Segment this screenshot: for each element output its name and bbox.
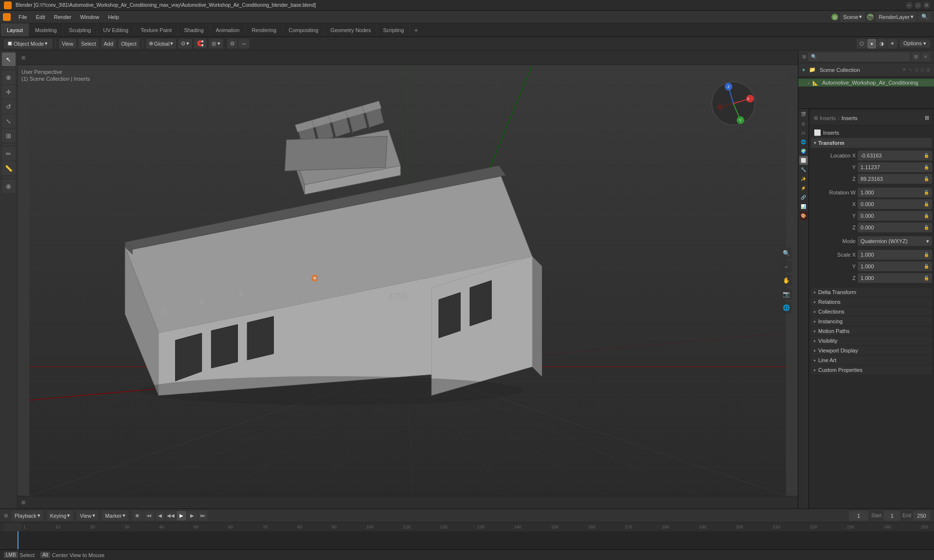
menu-edit[interactable]: Edit <box>32 13 49 21</box>
solid-shading[interactable]: ● <box>867 39 876 49</box>
rotation-w-value[interactable]: 1.000 🔓 <box>858 188 932 197</box>
visibility-section[interactable]: ▸ Visibility <box>811 336 932 345</box>
prop-tab-data[interactable]: 📊 <box>799 202 808 211</box>
hide-viewport-icon[interactable]: ⊙ <box>915 67 918 72</box>
keying-dropdown[interactable]: Keying ▾ <box>47 511 73 521</box>
select-icon[interactable]: ↖ <box>909 67 913 72</box>
rotation-mode-selector[interactable]: Quaternion (WXYZ) ▾ <box>858 236 932 246</box>
collections-section[interactable]: ▸ Collections <box>811 307 932 316</box>
camera-btn[interactable]: 📷 <box>780 288 792 300</box>
location-x-value[interactable]: -0.63163 🔓 <box>858 151 932 160</box>
scene-selector[interactable]: Scene ▾ <box>840 12 865 22</box>
transform-tool[interactable]: ⊞ <box>2 129 16 142</box>
scale-tool[interactable]: ⤡ <box>2 114 16 128</box>
zoom-in-btn[interactable]: 🔍 <box>780 247 792 259</box>
line-art-section[interactable]: ▸ Line Art <box>811 356 932 365</box>
location-z-value[interactable]: 89.23163 🔓 <box>858 174 932 184</box>
outliner-display-btn[interactable]: ≡ <box>921 52 930 61</box>
indirect-only-icon[interactable]: ⊞ <box>926 67 930 72</box>
overlay-toggle[interactable]: ⊙ <box>227 39 237 49</box>
record-btn[interactable]: ⏺ <box>132 511 142 521</box>
step-back-btn[interactable]: ◀ <box>155 511 165 521</box>
object-menu-btn[interactable]: Object <box>118 39 140 49</box>
view-menu-btn[interactable]: View <box>59 39 76 49</box>
search-button[interactable]: 🔍 <box>918 13 931 21</box>
scene-collection-expand-icon[interactable]: ▾ <box>802 67 805 73</box>
scale-z-value[interactable]: 1.000 🔓 <box>858 273 932 283</box>
motion-paths-section[interactable]: ▸ Motion Paths <box>811 327 932 335</box>
tab-animation[interactable]: Animation <box>210 23 246 36</box>
add-menu-btn[interactable]: Add <box>101 39 116 49</box>
tab-compositing[interactable]: Compositing <box>283 23 324 36</box>
jump-to-end-btn[interactable]: ⏭ <box>198 511 208 521</box>
prop-tab-viewlayer[interactable]: 🗂 <box>799 128 808 137</box>
cursor-tool[interactable]: ⊕ <box>2 70 16 84</box>
holdout-icon[interactable]: ⊡ <box>920 67 924 72</box>
tab-rendering[interactable]: Rendering <box>246 23 283 36</box>
prop-tab-world[interactable]: 🌍 <box>799 147 808 156</box>
delta-transform-section[interactable]: ▸ Delta Transform <box>811 288 932 297</box>
rotate-tool[interactable]: ↺ <box>2 100 16 113</box>
tab-sculpting[interactable]: Sculpting <box>63 23 97 36</box>
timeline-view-dropdown[interactable]: View ▾ <box>77 511 98 521</box>
prop-tab-physics[interactable]: ⚡ <box>799 184 808 192</box>
current-frame-field[interactable]: 1 <box>849 511 868 521</box>
gizmo-toggle[interactable]: ↔ <box>238 39 250 49</box>
properties-filter-btn[interactable]: ⊞ <box>925 115 929 121</box>
snapping-toggle[interactable]: 🧲 <box>194 39 207 49</box>
prop-tab-object[interactable]: ⬜ <box>799 156 808 165</box>
prop-tab-scene[interactable]: 🌐 <box>799 138 808 146</box>
outliner-item-expand[interactable]: ▸ <box>808 80 810 86</box>
select-tool[interactable]: ↖ <box>2 52 16 66</box>
rotation-x-value[interactable]: 0.000 🔓 <box>858 199 932 209</box>
prop-tab-material[interactable]: 🎨 <box>799 211 808 220</box>
tab-texture-paint[interactable]: Texture Paint <box>135 23 178 36</box>
pan-btn[interactable]: ✋ <box>780 275 792 286</box>
material-shading[interactable]: ◑ <box>877 39 887 49</box>
transform-space-selector[interactable]: ⊕ Global ▾ <box>146 39 177 49</box>
prop-tab-output[interactable]: 🖨 <box>799 119 808 128</box>
menu-help[interactable]: Help <box>104 13 123 21</box>
marker-dropdown[interactable]: Marker ▾ <box>102 511 128 521</box>
transform-section-header[interactable]: ▾ Transform <box>811 138 932 148</box>
scale-y-value[interactable]: 1.000 🔓 <box>858 262 932 271</box>
lock-z-icon[interactable]: 🔓 <box>924 176 929 181</box>
rot-lock-w-icon[interactable]: 🔓 <box>924 190 929 195</box>
instancing-section[interactable]: ▸ Instancing <box>811 317 932 326</box>
viewport-options-btn[interactable]: Options ▾ <box>899 39 930 48</box>
timeline-bar[interactable] <box>0 531 934 549</box>
location-y-value[interactable]: 1.11237 🔓 <box>858 162 932 172</box>
prop-tab-modifier[interactable]: 🔧 <box>799 165 808 174</box>
menu-render[interactable]: Render <box>50 13 75 21</box>
rotation-y-value[interactable]: 0.000 🔓 <box>858 211 932 221</box>
select-menu-btn[interactable]: Select <box>78 39 99 49</box>
lock-x-icon[interactable]: 🔓 <box>924 153 929 158</box>
relations-section[interactable]: ▸ Relations <box>811 298 932 306</box>
rendered-shading[interactable]: ☀ <box>887 39 898 49</box>
proportional-editing-toggle[interactable]: ◎ ▾ <box>209 39 223 49</box>
annotate-tool[interactable]: ✏ <box>2 147 16 160</box>
outliner-search-input[interactable] <box>808 52 910 61</box>
scene-btn[interactable]: 🌐 <box>780 302 792 314</box>
scale-lock-z-icon[interactable]: 🔓 <box>924 276 929 280</box>
playback-dropdown[interactable]: Playback ▾ <box>12 511 43 521</box>
pivot-point-selector[interactable]: ⊙ ▾ <box>178 39 192 49</box>
rot-lock-z-icon[interactable]: 🔓 <box>924 225 929 230</box>
mode-selector[interactable]: 🔲 Object Mode ▾ <box>4 39 53 49</box>
play-pause-btn[interactable]: ▶ <box>177 511 186 521</box>
scale-lock-y-icon[interactable]: 🔓 <box>924 264 929 269</box>
tab-modeling[interactable]: Modeling <box>29 23 63 36</box>
outliner-filter-btn[interactable]: ⊞ <box>912 52 920 61</box>
frame-end-field[interactable]: 250 <box>913 511 930 521</box>
rotation-z-value[interactable]: 0.000 🔓 <box>858 223 932 232</box>
item-select-icon[interactable]: ↖ <box>927 80 931 86</box>
outliner-item-automotive[interactable]: ▸ 📐 Automotive_Workshop_Air_Conditioning… <box>798 79 934 87</box>
frame-start-field[interactable]: 1 <box>883 511 900 521</box>
prop-tab-particles[interactable]: ✨ <box>799 175 808 183</box>
close-button[interactable]: ✕ <box>923 2 930 9</box>
rot-lock-y-icon[interactable]: 🔓 <box>924 213 929 218</box>
prop-tab-render[interactable]: 🎬 <box>799 110 808 119</box>
play-reverse-btn[interactable]: ◀◀ <box>166 511 176 521</box>
step-forward-btn[interactable]: ▶ <box>187 511 197 521</box>
maximize-button[interactable]: □ <box>915 2 921 9</box>
